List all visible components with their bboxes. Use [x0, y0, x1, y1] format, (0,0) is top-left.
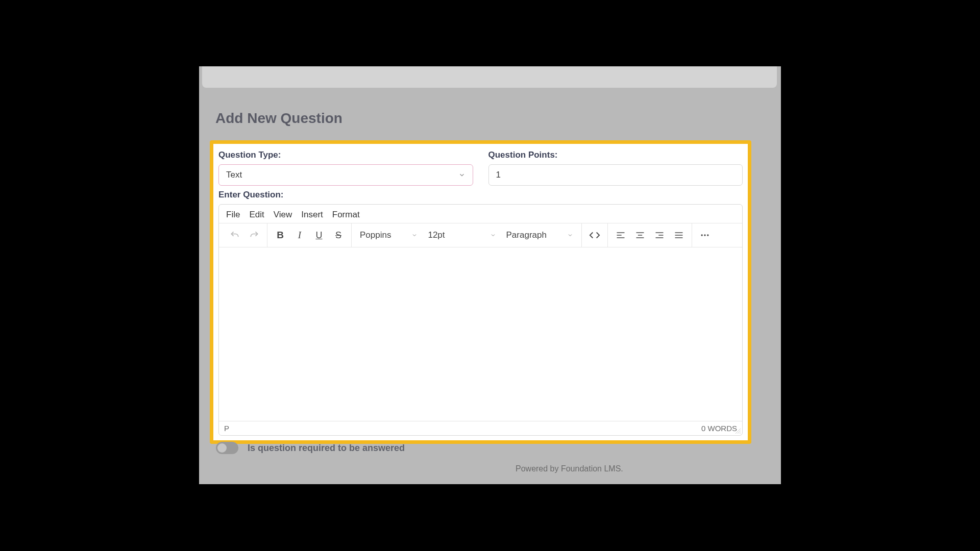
align-center-icon [635, 230, 645, 240]
toggle-knob [217, 443, 227, 453]
chevron-down-icon [490, 232, 496, 238]
code-icon [589, 230, 600, 241]
resize-handle-icon[interactable] [734, 428, 741, 434]
editor-content-area[interactable] [219, 247, 742, 421]
chevron-down-icon [411, 232, 418, 238]
question-type-value: Text [226, 170, 242, 180]
block-format-value: Paragraph [506, 230, 547, 240]
editor-toolbar: B I U S Poppins [219, 223, 742, 247]
editor-word-count: 0 WORDS [701, 424, 737, 433]
align-center-button[interactable] [630, 226, 650, 245]
powered-by-text: Powered by Foundation LMS. [516, 464, 623, 473]
strikethrough-button[interactable]: S [329, 226, 348, 245]
align-right-icon [654, 230, 665, 240]
block-format-select[interactable]: Paragraph [501, 223, 578, 247]
font-size-select[interactable]: 12pt [423, 223, 501, 247]
bold-icon: B [277, 230, 284, 241]
svg-point-14 [707, 234, 708, 236]
more-icon [700, 230, 710, 240]
menu-view[interactable]: View [274, 210, 292, 220]
source-code-button[interactable] [585, 226, 604, 245]
chevron-down-icon [458, 171, 465, 179]
align-justify-button[interactable] [669, 226, 689, 245]
italic-icon: I [298, 230, 301, 241]
required-toggle[interactable] [216, 442, 238, 454]
menu-file[interactable]: File [226, 210, 240, 220]
top-card-strip [202, 66, 777, 88]
question-form-highlight: Question Type: Text Question Points: Ent… [210, 140, 751, 444]
enter-question-label: Enter Question: [213, 186, 748, 200]
editor-menubar: File Edit View Insert Format [219, 205, 742, 223]
editor-element-path[interactable]: P [224, 424, 229, 433]
undo-button[interactable] [225, 226, 244, 245]
svg-point-12 [701, 234, 702, 236]
svg-point-13 [704, 234, 705, 236]
strike-icon: S [335, 230, 341, 241]
align-right-button[interactable] [650, 226, 669, 245]
underline-icon: U [316, 230, 323, 241]
required-toggle-label: Is question required to be answered [248, 443, 405, 454]
page-title: Add New Question [215, 110, 342, 127]
font-family-select[interactable]: Poppins [355, 223, 423, 247]
font-family-value: Poppins [360, 230, 391, 240]
align-left-button[interactable] [611, 226, 630, 245]
menu-edit[interactable]: Edit [249, 210, 264, 220]
question-type-label: Question Type: [218, 150, 473, 160]
question-points-label: Question Points: [488, 150, 743, 160]
editor-statusbar: P 0 WORDS [219, 421, 742, 435]
italic-button[interactable]: I [290, 226, 309, 245]
menu-format[interactable]: Format [332, 210, 360, 220]
redo-button[interactable] [244, 226, 264, 245]
question-type-select[interactable]: Text [218, 164, 473, 186]
rich-text-editor: File Edit View Insert Format [218, 204, 743, 436]
redo-icon [249, 230, 259, 240]
chevron-down-icon [567, 232, 573, 238]
menu-insert[interactable]: Insert [301, 210, 323, 220]
align-justify-icon [674, 230, 684, 240]
undo-icon [230, 230, 240, 240]
more-toolbar-button[interactable] [695, 226, 715, 245]
align-left-icon [616, 230, 626, 240]
svg-line-17 [740, 433, 741, 434]
underline-button[interactable]: U [309, 226, 329, 245]
font-size-value: 12pt [428, 230, 445, 240]
bold-button[interactable]: B [271, 226, 290, 245]
question-points-input[interactable] [488, 164, 743, 186]
